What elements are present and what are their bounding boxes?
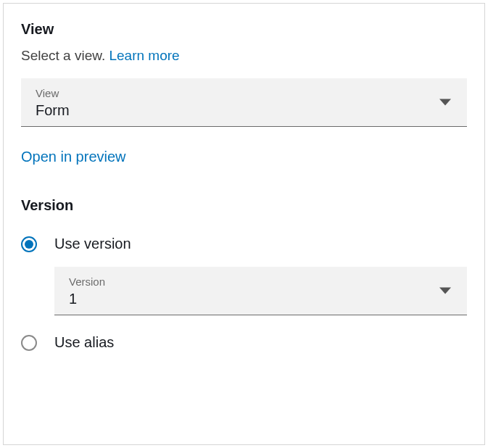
view-version-panel: View Select a view. Learn more View Form…: [3, 3, 485, 445]
version-select[interactable]: Version 1: [54, 267, 467, 315]
learn-more-link[interactable]: Learn more: [109, 48, 179, 63]
use-alias-radio[interactable]: [21, 335, 37, 351]
use-alias-label: Use alias: [54, 334, 114, 351]
view-select[interactable]: View Form: [21, 78, 467, 127]
use-version-radio[interactable]: [21, 236, 37, 252]
chevron-down-icon: [439, 288, 451, 294]
use-version-option[interactable]: Use version: [21, 236, 467, 252]
version-select-label: Version: [69, 275, 455, 288]
view-select-value: Form: [36, 102, 455, 119]
version-heading: Version: [21, 197, 467, 214]
view-select-label: View: [36, 87, 455, 99]
view-subtext: Select a view. Learn more: [21, 48, 467, 64]
version-select-value: 1: [69, 291, 455, 307]
view-heading: View: [21, 21, 467, 38]
view-subtext-text: Select a view.: [21, 48, 109, 63]
chevron-down-icon: [439, 99, 451, 106]
use-alias-option[interactable]: Use alias: [21, 334, 467, 351]
open-in-preview-link[interactable]: Open in preview: [21, 149, 467, 165]
use-version-label: Use version: [54, 236, 131, 252]
